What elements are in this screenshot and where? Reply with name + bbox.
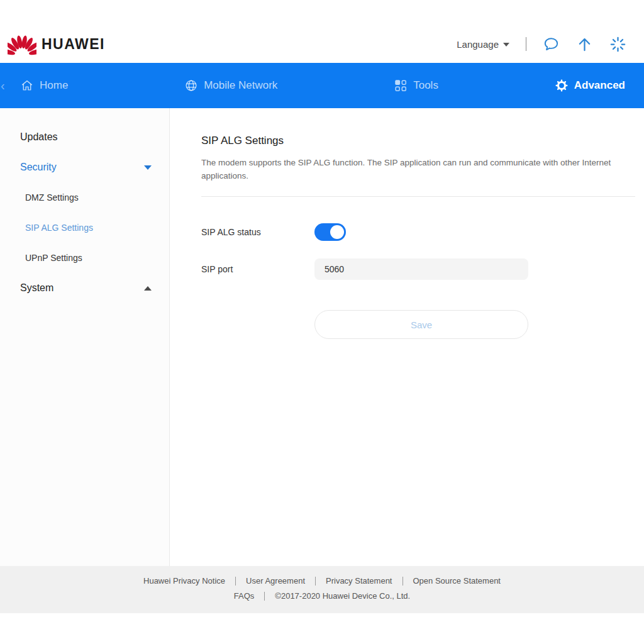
sidebar-item-label: System [20,282,53,294]
sidebar-item-dmz-settings[interactable]: DMZ Settings [0,182,169,213]
sip-alg-status-label: SIP ALG status [201,227,314,237]
nav-scroll-left-icon: ‹ [1,79,5,93]
sidebar: Updates Security DMZ Settings SIP ALG Se… [0,108,170,566]
main-nav: ‹ Home Mobile Network Tools [0,63,644,108]
save-button[interactable]: Save [314,310,528,339]
footer: Huawei Privacy Notice User Agreement Pri… [0,566,644,613]
language-label: Language [457,39,499,50]
home-icon [20,79,34,92]
bottom-spacer [0,613,644,644]
footer-link-user-agreement[interactable]: User Agreement [246,574,305,589]
chat-icon[interactable] [543,36,560,53]
footer-links-row: Huawei Privacy Notice User Agreement Pri… [0,574,644,589]
upload-arrow-icon[interactable] [576,36,593,53]
sidebar-item-label: DMZ Settings [25,192,79,203]
sidebar-item-sip-alg-settings[interactable]: SIP ALG Settings [0,213,169,243]
nav-item-label: Mobile Network [204,79,277,92]
nav-item-tools[interactable]: Tools [394,79,438,92]
footer-link-faqs[interactable]: FAQs [234,589,255,604]
grid-icon [394,79,408,92]
footer-copyright-row: FAQs ©2017-2020 Huawei Device Co., Ltd. [0,589,644,604]
sip-alg-status-row: SIP ALG status [201,223,635,241]
nav-item-mobile-network[interactable]: Mobile Network [184,79,277,92]
sidebar-item-label: SIP ALG Settings [25,223,93,233]
nav-item-advanced[interactable]: Advanced [555,79,625,92]
header-divider [526,37,526,51]
footer-separator [235,577,236,586]
top-header: HUAWEI Language [0,0,644,63]
footer-link-open-source[interactable]: Open Source Statement [413,574,501,589]
sip-alg-status-toggle[interactable] [314,223,346,241]
nav-item-label: Advanced [574,79,625,92]
footer-separator [315,577,316,586]
sidebar-item-label: Security [20,162,57,173]
caret-down-icon [503,43,509,47]
sidebar-item-system[interactable]: System [0,273,169,303]
sip-port-label: SIP port [201,264,314,274]
footer-separator [402,577,403,586]
nav-item-home[interactable]: Home [20,79,68,92]
page-description: The modem supports the SIP ALG function.… [201,156,633,182]
refresh-spinner-icon[interactable] [609,36,626,53]
footer-link-privacy-notice[interactable]: Huawei Privacy Notice [143,574,225,589]
section-divider [201,196,635,197]
gear-icon [555,79,569,92]
sidebar-item-upnp-settings[interactable]: UPnP Settings [0,243,169,273]
nav-item-label: Home [40,79,68,92]
huawei-flower-icon [8,31,36,57]
main-panel: SIP ALG Settings The modem supports the … [170,108,644,566]
brand-text: HUAWEI [42,36,105,53]
toggle-knob [330,225,344,239]
sidebar-item-security[interactable]: Security [0,152,169,182]
globe-icon [184,79,198,92]
sidebar-item-label: UPnP Settings [25,253,82,263]
page-title: SIP ALG Settings [201,135,635,147]
content-area: Updates Security DMZ Settings SIP ALG Se… [0,108,644,566]
sip-port-row: SIP port [201,258,635,280]
footer-copyright: ©2017-2020 Huawei Device Co., Ltd. [275,589,410,604]
nav-item-label: Tools [413,79,438,92]
footer-separator [264,592,265,601]
sidebar-item-updates[interactable]: Updates [0,122,169,152]
chevron-up-icon [144,286,152,291]
sidebar-item-label: Updates [20,131,58,143]
sip-port-input[interactable] [314,258,528,280]
chevron-down-icon [144,165,152,170]
language-dropdown[interactable]: Language [457,39,509,50]
footer-link-privacy-statement[interactable]: Privacy Statement [326,574,392,589]
huawei-logo[interactable]: HUAWEI [8,31,105,57]
header-controls: Language [457,36,626,53]
